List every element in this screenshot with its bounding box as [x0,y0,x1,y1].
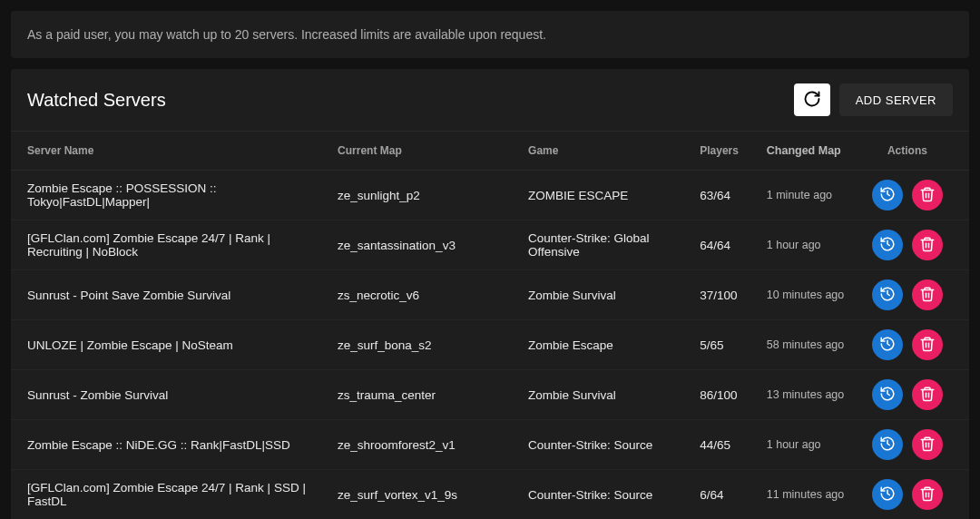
table-row: UNLOZE | Zombie Escape | NoSteamze_surf_… [11,320,969,370]
cell-changed: 1 minute ago [760,171,855,220]
history-icon [879,286,896,305]
cell-actions [855,220,969,270]
history-icon [879,485,896,504]
cell-map: zs_necrotic_v6 [330,270,521,320]
cell-players: 44/65 [692,420,760,470]
history-icon [879,186,896,205]
cell-changed: 1 hour ago [760,220,855,270]
cell-map: ze_surf_bona_s2 [330,320,521,370]
cell-map: ze_sunlight_p2 [330,171,521,220]
cell-game: Counter-Strike: Source [521,470,692,520]
col-header-players: Players [692,132,760,171]
cell-game: Counter-Strike: Global Offensive [521,220,692,270]
refresh-button[interactable] [794,83,830,116]
table-row: Sunrust - Point Save Zombie Survivalzs_n… [11,270,969,320]
table-row: Sunrust - Zombie Survivalzs_trauma_cente… [11,370,969,420]
history-icon [879,436,896,455]
row-actions [862,379,953,410]
cell-actions [855,270,969,320]
col-header-map: Current Map [330,132,521,171]
cell-players: 5/65 [692,320,760,370]
cell-actions [855,171,969,220]
trash-icon [919,386,936,405]
cell-map: ze_surf_vortex_v1_9s [330,470,521,520]
trash-icon [919,286,936,305]
cell-changed: 13 minutes ago [760,370,855,420]
delete-button[interactable] [912,279,943,310]
servers-table: Server Name Current Map Game Players Cha… [11,132,969,519]
delete-button[interactable] [912,379,943,410]
row-actions [862,329,953,360]
panel-header: Watched Servers ADD SERVER [11,69,969,132]
cell-game: Counter-Strike: Source [521,420,692,470]
cell-players: 37/100 [692,270,760,320]
delete-button[interactable] [912,230,943,260]
history-button[interactable] [872,180,903,211]
panel-actions: ADD SERVER [794,83,953,116]
cell-name: [GFLClan.com] Zombie Escape 24/7 | Rank … [11,220,330,270]
cell-game: ZOMBIE ESCAPE [521,171,692,220]
history-button[interactable] [872,379,903,410]
cell-name: Zombie Escape :: POSSESSION :: Tokyo|Fas… [11,171,330,220]
row-actions [862,230,953,260]
cell-game: Zombie Survival [521,270,692,320]
watched-servers-panel: Watched Servers ADD SERVER Server Name C… [11,69,969,519]
col-header-name: Server Name [11,132,330,171]
cell-changed: 1 hour ago [760,420,855,470]
cell-actions [855,470,969,520]
history-button[interactable] [872,429,903,460]
history-button[interactable] [872,329,903,360]
history-button[interactable] [872,479,903,510]
trash-icon [919,236,936,255]
row-actions [862,279,953,310]
cell-name: UNLOZE | Zombie Escape | NoSteam [11,320,330,370]
trash-icon [919,186,936,205]
col-header-actions: Actions [855,132,969,171]
cell-map: ze_santassination_v3 [330,220,521,270]
cell-name: [GFLClan.com] Zombie Escape 24/7 | Rank … [11,470,330,520]
trash-icon [919,485,936,504]
cell-name: Zombie Escape :: NiDE.GG :: Rank|FastDL|… [11,420,330,470]
cell-name: Sunrust - Point Save Zombie Survival [11,270,330,320]
trash-icon [919,436,936,455]
table-row: Zombie Escape :: POSSESSION :: Tokyo|Fas… [11,171,969,220]
add-server-button[interactable]: ADD SERVER [839,83,953,116]
cell-map: ze_shroomforest2_v1 [330,420,521,470]
row-actions [862,180,953,211]
cell-game: Zombie Escape [521,320,692,370]
row-actions [862,479,953,510]
row-actions [862,429,953,460]
cell-name: Sunrust - Zombie Survival [11,370,330,420]
panel-title: Watched Servers [27,90,166,111]
cell-actions [855,420,969,470]
table-row: [GFLClan.com] Zombie Escape 24/7 | Rank … [11,220,969,270]
cell-players: 63/64 [692,171,760,220]
cell-players: 86/100 [692,370,760,420]
col-header-changed: Changed Map [760,132,855,171]
history-icon [879,386,896,405]
delete-button[interactable] [912,329,943,360]
cell-actions [855,370,969,420]
cell-players: 6/64 [692,470,760,520]
trash-icon [919,336,936,355]
cell-changed: 58 minutes ago [760,320,855,370]
history-icon [879,236,896,255]
history-button[interactable] [872,230,903,260]
cell-map: zs_trauma_center [330,370,521,420]
refresh-icon [803,90,821,111]
history-icon [879,336,896,355]
table-row: Zombie Escape :: NiDE.GG :: Rank|FastDL|… [11,420,969,470]
delete-button[interactable] [912,479,943,510]
col-header-game: Game [521,132,692,171]
cell-players: 64/64 [692,220,760,270]
delete-button[interactable] [912,180,943,211]
delete-button[interactable] [912,429,943,460]
usage-notice: As a paid user, you may watch up to 20 s… [11,11,969,58]
cell-changed: 11 minutes ago [760,470,855,520]
cell-changed: 10 minutes ago [760,270,855,320]
cell-game: Zombie Survival [521,370,692,420]
table-row: [GFLClan.com] Zombie Escape 24/7 | Rank … [11,470,969,520]
history-button[interactable] [872,279,903,310]
cell-actions [855,320,969,370]
